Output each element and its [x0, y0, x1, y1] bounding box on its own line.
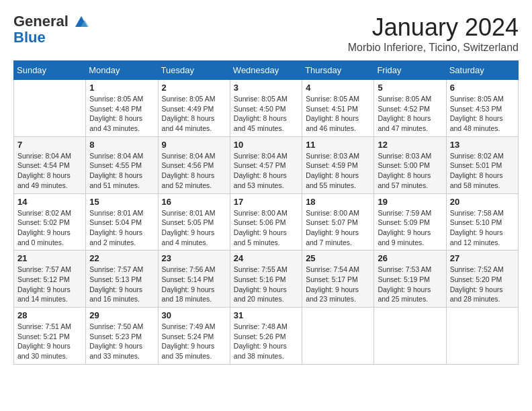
logo: General Blue — [13, 13, 89, 46]
calendar-cell: 4 Sunrise: 8:05 AMSunset: 4:51 PMDayligh… — [302, 80, 374, 137]
calendar-cell: 29 Sunrise: 7:50 AMSunset: 5:23 PMDaylig… — [86, 308, 158, 365]
header: General Blue January 2024 Morbio Inferio… — [13, 13, 519, 54]
calendar-cell: 10 Sunrise: 8:04 AMSunset: 4:57 PMDaylig… — [230, 136, 302, 193]
header-day-thursday: Thursday — [302, 61, 374, 80]
day-number: 2 — [162, 83, 226, 93]
calendar-cell — [446, 308, 518, 365]
calendar-cell: 12 Sunrise: 8:03 AMSunset: 5:00 PMDaylig… — [374, 136, 446, 193]
day-info: Sunrise: 8:02 AMSunset: 5:01 PMDaylight:… — [450, 151, 515, 191]
day-info: Sunrise: 7:57 AMSunset: 5:13 PMDaylight:… — [89, 265, 154, 304]
day-number: 24 — [234, 253, 298, 263]
calendar-cell: 11 Sunrise: 8:03 AMSunset: 4:59 PMDaylig… — [302, 136, 374, 193]
calendar-cell: 23 Sunrise: 7:56 AMSunset: 5:14 PMDaylig… — [158, 250, 230, 308]
day-info: Sunrise: 7:55 AMSunset: 5:16 PMDaylight:… — [234, 265, 298, 304]
day-info: Sunrise: 8:01 AMSunset: 5:04 PMDaylight:… — [89, 208, 154, 248]
day-info: Sunrise: 8:03 AMSunset: 5:00 PMDaylight:… — [378, 151, 442, 191]
day-info: Sunrise: 7:48 AMSunset: 5:26 PMDaylight:… — [234, 322, 298, 361]
header-day-wednesday: Wednesday — [230, 61, 302, 80]
day-info: Sunrise: 7:52 AMSunset: 5:20 PMDaylight:… — [450, 265, 515, 304]
day-number: 6 — [450, 83, 515, 93]
day-info: Sunrise: 8:05 AMSunset: 4:50 PMDaylight:… — [234, 94, 298, 134]
day-info: Sunrise: 8:05 AMSunset: 4:48 PMDaylight:… — [89, 94, 154, 134]
calendar-cell: 9 Sunrise: 8:04 AMSunset: 4:56 PMDayligh… — [158, 136, 230, 193]
header-day-saturday: Saturday — [446, 61, 518, 80]
location-title: Morbio Inferiore, Ticino, Switzerland — [348, 42, 519, 54]
day-number: 19 — [378, 197, 442, 207]
logo-text: General Blue — [13, 13, 89, 46]
day-number: 4 — [306, 83, 370, 93]
day-info: Sunrise: 7:54 AMSunset: 5:17 PMDaylight:… — [306, 265, 370, 304]
day-number: 14 — [17, 197, 82, 207]
calendar-cell: 6 Sunrise: 8:05 AMSunset: 4:53 PMDayligh… — [446, 80, 518, 137]
day-info: Sunrise: 8:05 AMSunset: 4:52 PMDaylight:… — [378, 94, 442, 134]
calendar-cell: 17 Sunrise: 8:00 AMSunset: 5:06 PMDaylig… — [230, 193, 302, 250]
calendar-cell: 25 Sunrise: 7:54 AMSunset: 5:17 PMDaylig… — [302, 250, 374, 308]
calendar-week-1: 1 Sunrise: 8:05 AMSunset: 4:48 PMDayligh… — [14, 80, 519, 137]
calendar-cell: 31 Sunrise: 7:48 AMSunset: 5:26 PMDaylig… — [230, 308, 302, 365]
calendar-cell: 8 Sunrise: 8:04 AMSunset: 4:55 PMDayligh… — [86, 136, 158, 193]
calendar-cell: 20 Sunrise: 7:58 AMSunset: 5:10 PMDaylig… — [446, 193, 518, 250]
calendar-cell: 27 Sunrise: 7:52 AMSunset: 5:20 PMDaylig… — [446, 250, 518, 308]
calendar-cell: 30 Sunrise: 7:49 AMSunset: 5:24 PMDaylig… — [158, 308, 230, 365]
day-info: Sunrise: 7:49 AMSunset: 5:24 PMDaylight:… — [162, 322, 226, 361]
day-info: Sunrise: 8:04 AMSunset: 4:57 PMDaylight:… — [234, 151, 298, 191]
day-number: 23 — [162, 253, 226, 263]
day-info: Sunrise: 8:04 AMSunset: 4:56 PMDaylight:… — [162, 151, 226, 191]
day-number: 26 — [378, 253, 442, 263]
day-number: 3 — [234, 83, 298, 93]
day-number: 29 — [89, 310, 154, 320]
day-number: 8 — [89, 140, 154, 150]
day-number: 9 — [162, 140, 226, 150]
day-info: Sunrise: 8:04 AMSunset: 4:55 PMDaylight:… — [89, 151, 154, 191]
day-info: Sunrise: 8:05 AMSunset: 4:53 PMDaylight:… — [450, 94, 515, 134]
day-number: 22 — [89, 253, 154, 263]
header-day-friday: Friday — [374, 61, 446, 80]
logo-icon — [74, 15, 89, 30]
calendar-cell: 7 Sunrise: 8:04 AMSunset: 4:54 PMDayligh… — [14, 136, 86, 193]
day-number: 12 — [378, 140, 442, 150]
day-info: Sunrise: 8:05 AMSunset: 4:49 PMDaylight:… — [162, 94, 226, 134]
calendar-cell: 24 Sunrise: 7:55 AMSunset: 5:16 PMDaylig… — [230, 250, 302, 308]
day-info: Sunrise: 7:51 AMSunset: 5:21 PMDaylight:… — [17, 322, 82, 361]
day-info: Sunrise: 8:02 AMSunset: 5:02 PMDaylight:… — [17, 208, 82, 248]
calendar-week-3: 14 Sunrise: 8:02 AMSunset: 5:02 PMDaylig… — [14, 193, 519, 250]
calendar-cell: 22 Sunrise: 7:57 AMSunset: 5:13 PMDaylig… — [86, 250, 158, 308]
day-number: 17 — [234, 197, 298, 207]
day-info: Sunrise: 7:50 AMSunset: 5:23 PMDaylight:… — [89, 322, 154, 361]
day-number: 10 — [234, 140, 298, 150]
day-info: Sunrise: 8:03 AMSunset: 4:59 PMDaylight:… — [306, 151, 370, 191]
calendar-cell — [302, 308, 374, 365]
month-title: January 2024 — [348, 13, 519, 42]
calendar-cell: 16 Sunrise: 8:01 AMSunset: 5:05 PMDaylig… — [158, 193, 230, 250]
day-info: Sunrise: 8:04 AMSunset: 4:54 PMDaylight:… — [17, 151, 82, 191]
day-number: 25 — [306, 253, 370, 263]
calendar-cell: 5 Sunrise: 8:05 AMSunset: 4:52 PMDayligh… — [374, 80, 446, 137]
calendar-cell: 14 Sunrise: 8:02 AMSunset: 5:02 PMDaylig… — [14, 193, 86, 250]
day-info: Sunrise: 7:59 AMSunset: 5:09 PMDaylight:… — [378, 208, 442, 248]
calendar-cell: 26 Sunrise: 7:53 AMSunset: 5:19 PMDaylig… — [374, 250, 446, 308]
day-info: Sunrise: 7:56 AMSunset: 5:14 PMDaylight:… — [162, 265, 226, 304]
calendar-table: SundayMondayTuesdayWednesdayThursdayFrid… — [13, 60, 519, 365]
calendar-cell: 15 Sunrise: 8:01 AMSunset: 5:04 PMDaylig… — [86, 193, 158, 250]
calendar-cell: 2 Sunrise: 8:05 AMSunset: 4:49 PMDayligh… — [158, 80, 230, 137]
calendar-week-5: 28 Sunrise: 7:51 AMSunset: 5:21 PMDaylig… — [14, 308, 519, 365]
day-number: 18 — [306, 197, 370, 207]
calendar-cell: 28 Sunrise: 7:51 AMSunset: 5:21 PMDaylig… — [14, 308, 86, 365]
day-info: Sunrise: 8:00 AMSunset: 5:07 PMDaylight:… — [306, 208, 370, 248]
day-number: 20 — [450, 197, 515, 207]
day-number: 30 — [162, 310, 226, 320]
calendar-cell — [374, 308, 446, 365]
calendar-cell: 19 Sunrise: 7:59 AMSunset: 5:09 PMDaylig… — [374, 193, 446, 250]
logo-blue: Blue — [13, 29, 46, 46]
calendar-cell: 3 Sunrise: 8:05 AMSunset: 4:50 PMDayligh… — [230, 80, 302, 137]
calendar-week-2: 7 Sunrise: 8:04 AMSunset: 4:54 PMDayligh… — [14, 136, 519, 193]
calendar-cell — [14, 80, 86, 137]
day-info: Sunrise: 7:57 AMSunset: 5:12 PMDaylight:… — [17, 265, 82, 304]
day-info: Sunrise: 7:58 AMSunset: 5:10 PMDaylight:… — [450, 208, 515, 248]
calendar-cell: 21 Sunrise: 7:57 AMSunset: 5:12 PMDaylig… — [14, 250, 86, 308]
day-info: Sunrise: 8:05 AMSunset: 4:51 PMDaylight:… — [306, 94, 370, 134]
day-info: Sunrise: 8:00 AMSunset: 5:06 PMDaylight:… — [234, 208, 298, 248]
day-number: 13 — [450, 140, 515, 150]
day-number: 1 — [89, 83, 154, 93]
calendar-cell: 18 Sunrise: 8:00 AMSunset: 5:07 PMDaylig… — [302, 193, 374, 250]
